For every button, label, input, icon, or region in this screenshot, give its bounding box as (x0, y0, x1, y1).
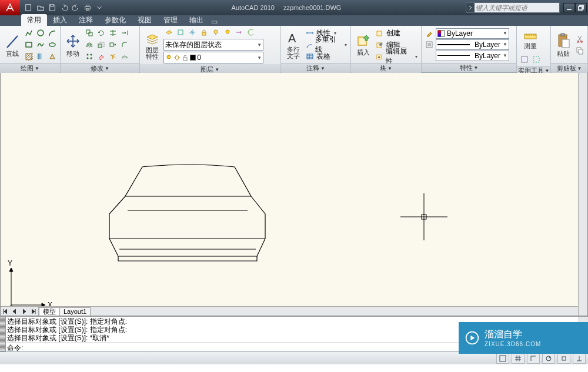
infocenter-search[interactable] (466, 2, 560, 13)
fillet-icon[interactable] (119, 39, 130, 50)
status-dyn-icon[interactable] (573, 353, 586, 364)
create-block-button[interactable]: 创建 (375, 28, 419, 38)
vertical-scrollbar[interactable] (578, 73, 587, 316)
gradient-icon[interactable] (35, 51, 46, 62)
copy-icon[interactable] (84, 28, 95, 38)
restore-button[interactable] (575, 3, 587, 12)
minimize-button[interactable] (563, 3, 575, 12)
layer-properties-button[interactable]: 图层特性 (142, 28, 162, 63)
array-icon[interactable] (84, 51, 95, 62)
paste-button[interactable]: 粘贴 (553, 27, 573, 62)
new-icon[interactable] (24, 2, 34, 13)
layout-tab-layout1[interactable]: Layout1 (59, 307, 91, 316)
status-osnap-icon[interactable] (557, 353, 570, 364)
color-combo[interactable]: ByLayer▼ (436, 28, 509, 39)
measure-button[interactable]: 测量 (519, 27, 542, 53)
rotate-icon[interactable] (96, 28, 106, 38)
move-button[interactable]: 移动 (63, 27, 83, 62)
save-icon[interactable] (47, 2, 58, 13)
panel-properties: ByLayer▼ ByLayer▼ ByLayer▼ 特性▼ (422, 26, 517, 72)
current-layer-combo[interactable]: 0 ▼ (163, 52, 263, 63)
quickcalc-icon[interactable] (519, 54, 530, 65)
search-input[interactable] (475, 4, 559, 11)
arc-icon[interactable] (47, 28, 58, 38)
tab-view[interactable]: 视图 (132, 14, 158, 26)
line-button[interactable]: 直线 (2, 27, 22, 62)
tab-prev-icon[interactable] (11, 307, 19, 316)
tab-manage[interactable]: 管理 (158, 14, 183, 26)
redo-icon[interactable] (71, 2, 81, 13)
qat-dropdown-icon[interactable] (94, 2, 105, 13)
trim-icon[interactable] (108, 28, 118, 38)
panel-modify: 移动 修改▼ (61, 26, 140, 72)
print-icon[interactable] (82, 2, 93, 13)
svg-point-24 (175, 56, 179, 59)
status-snap-icon[interactable] (496, 353, 509, 364)
search-expand-icon[interactable] (466, 3, 475, 12)
cut-icon[interactable] (574, 33, 585, 44)
svg-rect-20 (202, 32, 206, 35)
scale-icon[interactable] (96, 39, 106, 50)
status-ortho-icon[interactable] (527, 353, 540, 364)
layer-freeze-icon[interactable] (187, 27, 198, 38)
command-grip[interactable] (0, 317, 6, 351)
tab-next-icon[interactable] (20, 307, 28, 316)
copy-clip-icon[interactable] (574, 45, 585, 56)
panel-block-title: 块 (380, 64, 386, 73)
layer-prev-icon[interactable] (246, 27, 256, 38)
status-grid-icon[interactable] (512, 353, 524, 364)
mleader-button[interactable]: 多重引线▾ (305, 39, 349, 50)
layer-state-combo[interactable]: 未保存的图层状态 ▼ (163, 39, 263, 51)
panel-props-title: 特性 (460, 63, 473, 72)
edit-attr-button[interactable]: A编辑属性▾ (375, 51, 419, 62)
layer-lock-icon[interactable] (199, 27, 209, 38)
insert-block-button[interactable]: 插入 (353, 27, 373, 62)
layout-tab-model[interactable]: 模型 (39, 307, 60, 316)
svg-rect-9 (38, 53, 44, 59)
spline-icon[interactable] (35, 39, 46, 50)
layer-iso-icon[interactable] (175, 27, 186, 38)
svg-rect-44 (579, 49, 583, 54)
layer-on-icon[interactable] (222, 27, 233, 38)
panel-utilities: 测量 实用工具▼ (517, 26, 551, 72)
app-menu-button[interactable] (0, 0, 20, 15)
undo-icon[interactable] (59, 2, 69, 13)
svg-point-18 (91, 58, 92, 59)
hatch-icon[interactable] (24, 51, 34, 62)
mirror-icon[interactable] (84, 39, 95, 50)
tab-output[interactable]: 输出 (183, 14, 209, 26)
svg-rect-30 (377, 31, 382, 36)
ucs-y-label: Y (8, 259, 12, 267)
tab-parametric[interactable]: 参数化 (99, 14, 132, 26)
rectangle-icon[interactable] (24, 39, 34, 50)
drawing-canvas[interactable]: X Y 模型 Layout1 (0, 73, 588, 316)
tab-insert[interactable]: 插入 (47, 14, 73, 26)
tab-annotate[interactable]: 注释 (73, 14, 99, 26)
stretch-icon[interactable] (108, 39, 118, 50)
open-icon[interactable] (35, 2, 46, 13)
region-icon[interactable] (47, 51, 58, 62)
extend-icon[interactable] (119, 28, 130, 38)
mtext-button[interactable]: A 多行文字 (283, 27, 303, 62)
tab-extra-icon[interactable]: ▭ (209, 18, 219, 26)
polyline-icon[interactable] (24, 28, 34, 38)
list-props-icon[interactable] (424, 39, 435, 50)
tab-first-icon[interactable] (1, 307, 9, 316)
ellipse-icon[interactable] (47, 39, 58, 50)
table-button[interactable]: 表格 (305, 51, 349, 62)
explode-icon[interactable] (108, 51, 118, 62)
erase-icon[interactable] (96, 51, 106, 62)
select-icon[interactable] (531, 54, 542, 65)
circle-icon[interactable] (35, 28, 46, 38)
tab-last-icon[interactable] (29, 307, 38, 316)
lineweight-combo[interactable]: ByLayer▼ (436, 39, 509, 50)
linetype-combo[interactable]: ByLayer▼ (436, 51, 509, 61)
match-props-icon[interactable] (424, 28, 435, 39)
layer-state-icon[interactable] (163, 27, 174, 38)
offset-icon[interactable] (119, 51, 130, 62)
svg-text:A: A (288, 32, 296, 45)
layer-match-icon[interactable] (234, 27, 245, 38)
tab-home[interactable]: 常用 (21, 14, 47, 26)
layer-off-icon[interactable] (211, 27, 221, 38)
status-polar-icon[interactable] (542, 353, 555, 364)
